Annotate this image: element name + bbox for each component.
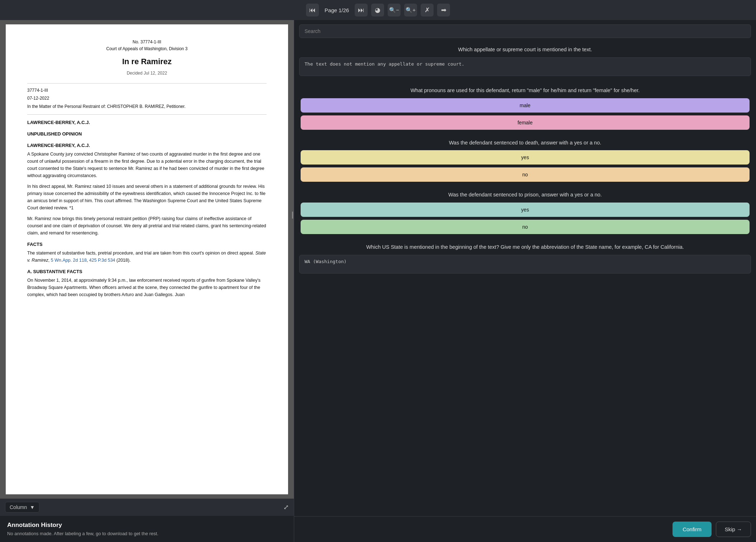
meta-petitioner: In the Matter of the Personal Restraint … bbox=[27, 103, 267, 110]
question-5-text: Which US State is mentioned in the begin… bbox=[299, 240, 751, 255]
q3-option-no[interactable]: no bbox=[301, 167, 750, 182]
document-area: No. 37774-1-III Court of Appeals of Wash… bbox=[0, 20, 294, 499]
fullscreen-button[interactable]: ✗ bbox=[421, 4, 434, 16]
question-5: Which US State is mentioned in the begin… bbox=[299, 240, 751, 275]
q4-option-yes[interactable]: yes bbox=[301, 203, 750, 217]
dropdown-icon: ▼ bbox=[30, 504, 35, 510]
expand-button[interactable]: ⤢ bbox=[283, 503, 289, 511]
main-layout: No. 37774-1-III Court of Appeals of Wash… bbox=[0, 20, 756, 542]
section-facts: FACTS bbox=[27, 241, 267, 248]
q2-options: male female bbox=[299, 98, 751, 130]
toolbar: ⏮ Page 1/26 ⏭ ◕ 🔍− 🔍+ ✗ ➡ bbox=[0, 0, 756, 20]
q4-option-no[interactable]: no bbox=[301, 220, 750, 234]
decided-date: Decided Jul 12, 2022 bbox=[27, 70, 267, 77]
meta-date: 07-12-2022 bbox=[27, 95, 267, 102]
question-1: Which appellate or supreme court is ment… bbox=[299, 42, 751, 77]
question-1-text: Which appellate or supreme court is ment… bbox=[299, 42, 751, 57]
question-4-text: Was the defendant sentenced to prison, a… bbox=[299, 187, 751, 203]
q3-options: yes no bbox=[299, 150, 751, 182]
footer-actions: Confirm Skip → bbox=[294, 516, 756, 542]
section-judge-2: LAWRENCE-BERREY, A.C.J. bbox=[27, 142, 267, 149]
search-input[interactable] bbox=[299, 24, 751, 38]
search-bar-container bbox=[294, 20, 756, 42]
doc-divider bbox=[27, 83, 267, 84]
skip-button[interactable]: Skip → bbox=[716, 522, 751, 537]
question-4: Was the defendant sentenced to prison, a… bbox=[299, 187, 751, 234]
question-3-text: Was the defendant sentenced to death, an… bbox=[299, 136, 751, 151]
paragraph-2: In his direct appeal, Mr. Ramirez raised… bbox=[27, 183, 267, 211]
question-3: Was the defendant sentenced to death, an… bbox=[299, 136, 751, 182]
meta-case-id: 37774-1-III bbox=[27, 87, 267, 94]
paragraph-5: On November 1, 2014, at approximately 9:… bbox=[27, 277, 267, 298]
court-name: Court of Appeals of Washington, Division… bbox=[27, 46, 267, 52]
q4-options: yes no bbox=[299, 203, 751, 234]
prev-page-button[interactable]: ⏮ bbox=[306, 4, 319, 16]
paragraph-1: A Spokane County jury convicted Christop… bbox=[27, 151, 267, 179]
section-judge-1: LAWRENCE-BERREY, A.C.J. bbox=[27, 119, 267, 126]
case-link-2[interactable]: 425 P.3d 534 bbox=[89, 258, 115, 263]
navigate-button[interactable]: ➡ bbox=[437, 4, 450, 16]
question-2-text: What pronouns are used for this defendan… bbox=[299, 83, 751, 98]
q2-option-male[interactable]: male bbox=[301, 98, 750, 113]
document-header: No. 37774-1-III Court of Appeals of Wash… bbox=[27, 39, 267, 77]
annotation-title: Annotation History bbox=[7, 522, 287, 529]
annotation-empty: No annotations made. After labeling a fe… bbox=[7, 531, 287, 536]
question-2: What pronouns are used for this defendan… bbox=[299, 83, 751, 130]
q3-option-yes[interactable]: yes bbox=[301, 150, 750, 165]
paragraph-3: Mr. Ramirez now brings this timely perso… bbox=[27, 215, 267, 237]
section-substantive: A. SUBSTANTIVE FACTS bbox=[27, 268, 267, 275]
paragraph-4: The statement of substantive facts, pret… bbox=[27, 249, 267, 264]
confirm-button[interactable]: Confirm bbox=[673, 522, 712, 537]
zoom-in-button[interactable]: 🔍+ bbox=[404, 4, 417, 16]
case-link-1[interactable]: 5 Wn.App. 2d 118 bbox=[51, 258, 87, 263]
answer-1-input[interactable]: The text does not mention any appellate … bbox=[299, 57, 751, 76]
document-page[interactable]: No. 37774-1-III Court of Appeals of Wash… bbox=[6, 24, 288, 494]
right-panel: Which appellate or supreme court is ment… bbox=[294, 20, 756, 542]
annotation-section: Annotation History No annotations made. … bbox=[0, 516, 294, 542]
questions-area: Which appellate or supreme court is ment… bbox=[294, 42, 756, 516]
answer-5-input[interactable]: WA (Washington) bbox=[299, 255, 751, 274]
section-opinion: UNPUBLISHED OPINION bbox=[27, 130, 267, 138]
bottom-bar: Column ▼ ⤢ bbox=[0, 499, 294, 516]
doc-divider-2 bbox=[27, 114, 267, 115]
case-number: No. 37774-1-III bbox=[27, 39, 267, 46]
upload-button[interactable]: ◕ bbox=[371, 4, 384, 16]
doc-meta: 37774-1-III 07-12-2022 In the Matter of … bbox=[27, 87, 267, 110]
column-label: Column bbox=[10, 504, 27, 510]
page-info: Page 1/26 bbox=[322, 7, 351, 13]
next-page-button[interactable]: ⏭ bbox=[355, 4, 368, 16]
zoom-out-button[interactable]: 🔍− bbox=[388, 4, 401, 16]
case-title: In re Ramirez bbox=[27, 56, 267, 68]
q2-option-female[interactable]: female bbox=[301, 115, 750, 130]
left-panel: No. 37774-1-III Court of Appeals of Wash… bbox=[0, 20, 294, 542]
column-dropdown[interactable]: Column ▼ bbox=[5, 502, 39, 513]
